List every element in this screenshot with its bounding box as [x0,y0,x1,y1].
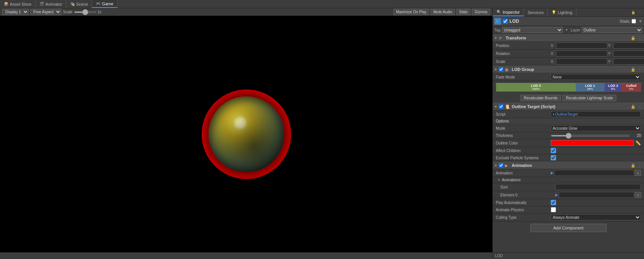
inspector-lock-icon[interactable]: 🔒 [630,11,636,14]
mode-select[interactable]: Accurate Glow [551,125,641,131]
animation-clip-value: ▶ lod anim ○ [551,170,641,176]
static-checkbox[interactable] [631,19,636,24]
position-value: X 0 Y 0 Z 0.9154635 [551,42,644,49]
recalculate-lightmap-btn[interactable]: Recalculate Lightmap Scale [563,95,616,101]
animation-active-checkbox[interactable] [499,163,503,168]
recalculate-bounds-btn[interactable]: Recalculate Bounds [520,95,561,101]
pos-x-label: X [551,44,555,48]
scale-slider-group: 1x [74,10,102,14]
maximize-on-play-btn[interactable]: Maximize On Play [393,9,429,15]
anim-element0-pick-btn[interactable]: ○ [635,192,641,198]
tab-services[interactable]: Services [524,8,548,16]
thickness-number: 20 [631,133,641,138]
transform-section-header[interactable]: ▼ ⟳ Transform 🔒 ⋮ [493,34,644,42]
tab-asset-store[interactable]: 📦 Asset Store [0,0,36,8]
anim-element0-input[interactable]: lod anim [559,192,634,198]
animation-actions: 🔒 ⋮ [630,163,642,168]
outline-target-active-checkbox[interactable] [499,104,503,109]
tab-scene[interactable]: 🎭 Scene [66,0,92,8]
lod-group-active-checkbox[interactable] [499,67,503,72]
object-active-checkbox[interactable] [503,19,508,24]
scale-x-label: X [551,60,555,64]
inspector-icon: 🔍 [497,10,501,14]
script-name: OutlineTarget [555,112,578,116]
play-auto-checkbox[interactable] [551,200,556,205]
lod-buttons-row: Recalculate Bounds Recalculate Lightmap … [493,93,644,103]
lod2-bar[interactable]: LOD 2 5% [605,83,622,91]
animate-physics-checkbox[interactable] [551,207,556,212]
transform-lock-icon[interactable]: 🔒 [630,36,636,40]
lod0-bar[interactable]: LOD 0 100% [496,83,576,91]
aspect-select[interactable]: Free Aspect [30,9,61,15]
transform-icon: ⟳ [499,35,504,41]
exclude-particles-checkbox[interactable] [551,155,556,160]
anim-element0-row: Element 0 ▶ lod anim ○ [493,191,644,199]
lod-group-more-icon[interactable]: ⋮ [637,67,642,72]
animation-clip-input[interactable]: lod anim [554,170,634,176]
main-tab-bar: 📦 Asset Store 🎬 Animator 🎭 Scene 🎮 Game [0,0,644,8]
scale-row: Scale X 1 Y 1 Z 1 [493,58,644,66]
animation-section-header[interactable]: ▼ ▶ Animation 🔒 ⋮ [493,162,644,169]
mode-value: Accurate Glow [551,125,641,131]
rot-y-input[interactable]: 0 [613,50,644,57]
thickness-slider[interactable] [551,135,630,137]
outline-color-value: ✏️ [551,140,641,146]
mute-audio-btn[interactable]: Mute Audio [431,9,455,15]
stats-btn[interactable]: Stats [456,9,470,15]
display-select[interactable]: Display 1 [2,9,29,15]
lod-group-icon: ▦ [505,67,510,72]
layer-select[interactable]: Outline [582,27,642,33]
tab-lighting[interactable]: 💡 Lighting [548,8,577,16]
scale-y-input[interactable]: 1 [613,58,644,64]
tab-inspector[interactable]: 🔍 Inspector [493,8,524,16]
transform-title: Transform [506,36,630,40]
lod1-bar[interactable]: LOD 1 25% [576,83,605,91]
scale-slider[interactable] [74,11,97,13]
outline-target-title: Outline Target (Script) [512,104,630,109]
lod-culled-bar[interactable]: Culled 1% [622,83,641,91]
outline-target-section-header[interactable]: ▼ 📜 Outline Target (Script) 🔒 ⋮ [493,103,644,110]
pos-x-input[interactable]: 0 [556,42,607,49]
outline-color-row: Outline Color ✏️ [493,139,644,147]
outline-target-actions: 🔒 ⋮ [630,105,642,109]
tag-label: Tag [494,28,500,32]
tab-animator[interactable]: 🎬 Animator [36,0,66,8]
rotation-value: X 0 Y 0 Z 0 [551,50,644,57]
rot-x-input[interactable]: 0 [556,50,607,57]
anim-element0-value: ▶ lod anim ○ [555,192,641,198]
animation-more-icon[interactable]: ⋮ [637,163,642,168]
outline-target-more-icon[interactable]: ⋮ [637,105,642,109]
lod-group-lock-icon[interactable]: 🔒 [630,67,636,72]
script-value-box[interactable]: ● OutlineTarget [551,111,641,117]
rot-y-label: Y [608,52,613,56]
lod-group-actions: 🔒 ⋮ [630,67,642,72]
tag-select[interactable]: Untagged [502,27,563,33]
inspector-more-icon[interactable]: ⋮ [638,11,642,14]
animation-lock-icon[interactable]: 🔒 [630,163,636,168]
outline-target-lock-icon[interactable]: 🔒 [630,105,636,109]
scene-icon: 🎭 [70,2,75,6]
gizmos-btn[interactable]: Gizmos [472,9,490,15]
transform-triangle-icon: ▼ [494,36,497,40]
pos-y-input[interactable]: 0 [613,42,644,49]
animation-clip-row: Animation ▶ lod anim ○ [493,169,644,177]
lighting-icon: 💡 [552,10,556,14]
lod-group-section-header[interactable]: ▼ ▦ LOD Group 🔒 ⋮ [493,66,644,73]
outline-color-swatch[interactable] [551,140,634,146]
culling-type-select[interactable]: Always Animate [551,214,641,220]
anim-size-input[interactable]: 1 [555,184,641,190]
animations-sub-triangle-icon: ▼ [497,178,500,182]
tab-game[interactable]: 🎮 Game [92,0,118,8]
add-component-btn[interactable]: Add Component [530,224,607,232]
affect-children-checkbox[interactable] [551,148,556,153]
fade-mode-row: Fade Mode None [493,73,644,81]
inspector-overflow-icon[interactable]: ▼ [638,19,642,24]
transform-more-icon[interactable]: ⋮ [637,36,642,40]
scale-x-input[interactable]: 1 [556,58,607,64]
animation-clip-pick-btn[interactable]: ○ [635,170,641,176]
rotation-label: Rotation [496,52,551,56]
fade-mode-select[interactable]: None [551,74,641,80]
color-picker-icon[interactable]: ✏️ [635,140,641,146]
static-label: Static [620,19,630,24]
viewport-canvas [0,16,492,252]
